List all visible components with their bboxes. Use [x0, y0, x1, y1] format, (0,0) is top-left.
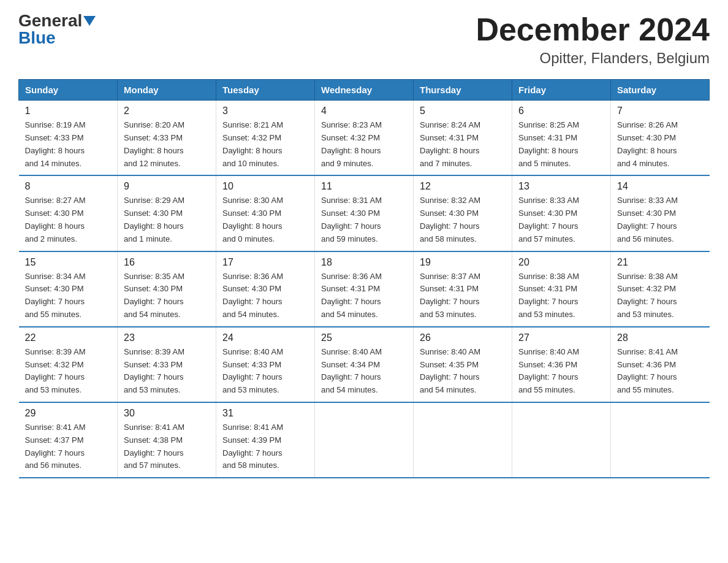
day-number: 22: [25, 332, 112, 343]
calendar-cell: 24Sunrise: 8:40 AM Sunset: 4:33 PM Dayli…: [216, 327, 315, 402]
day-info: Sunrise: 8:20 AM Sunset: 4:33 PM Dayligh…: [124, 119, 210, 170]
day-number: 24: [222, 332, 308, 343]
calendar-cell: 14Sunrise: 8:33 AM Sunset: 4:30 PM Dayli…: [611, 175, 710, 251]
calendar-cell: 23Sunrise: 8:39 AM Sunset: 4:33 PM Dayli…: [118, 327, 216, 402]
day-number: 5: [420, 105, 506, 117]
calendar-header-row: SundayMondayTuesdayWednesdayThursdayFrid…: [19, 80, 710, 101]
calendar-cell: 15Sunrise: 8:34 AM Sunset: 4:30 PM Dayli…: [19, 251, 118, 327]
day-info: Sunrise: 8:31 AM Sunset: 4:30 PM Dayligh…: [321, 194, 407, 245]
header-thursday: Thursday: [414, 80, 512, 101]
day-info: Sunrise: 8:38 AM Sunset: 4:32 PM Dayligh…: [617, 270, 703, 321]
location-title: Opitter, Flanders, Belgium: [476, 50, 710, 67]
week-row-5: 29Sunrise: 8:41 AM Sunset: 4:37 PM Dayli…: [19, 402, 710, 478]
day-number: 26: [420, 332, 506, 343]
day-number: 7: [617, 105, 703, 117]
calendar-cell: 20Sunrise: 8:38 AM Sunset: 4:31 PM Dayli…: [512, 251, 611, 327]
calendar-cell: 3Sunrise: 8:21 AM Sunset: 4:32 PM Daylig…: [216, 101, 315, 176]
day-number: 9: [124, 181, 210, 192]
day-info: Sunrise: 8:41 AM Sunset: 4:37 PM Dayligh…: [25, 421, 112, 472]
day-number: 21: [617, 257, 703, 268]
calendar-cell: 31Sunrise: 8:41 AM Sunset: 4:39 PM Dayli…: [216, 402, 315, 478]
calendar-cell: 13Sunrise: 8:33 AM Sunset: 4:30 PM Dayli…: [512, 175, 611, 251]
day-number: 16: [124, 257, 210, 268]
day-info: Sunrise: 8:41 AM Sunset: 4:38 PM Dayligh…: [124, 421, 210, 472]
day-number: 27: [518, 332, 604, 343]
day-info: Sunrise: 8:41 AM Sunset: 4:39 PM Dayligh…: [222, 421, 308, 472]
day-number: 28: [617, 332, 703, 343]
day-info: Sunrise: 8:39 AM Sunset: 4:33 PM Dayligh…: [124, 346, 210, 397]
day-number: 18: [321, 257, 407, 268]
header-saturday: Saturday: [611, 80, 710, 101]
calendar-cell: 26Sunrise: 8:40 AM Sunset: 4:35 PM Dayli…: [414, 327, 512, 402]
calendar-cell: 28Sunrise: 8:41 AM Sunset: 4:36 PM Dayli…: [611, 327, 710, 402]
day-number: 2: [124, 105, 210, 117]
header-sunday: Sunday: [19, 80, 118, 101]
calendar-cell: 21Sunrise: 8:38 AM Sunset: 4:32 PM Dayli…: [611, 251, 710, 327]
day-number: 14: [617, 181, 703, 192]
day-number: 3: [222, 105, 308, 117]
calendar-cell: 10Sunrise: 8:30 AM Sunset: 4:30 PM Dayli…: [216, 175, 315, 251]
day-number: 4: [321, 105, 407, 117]
calendar-cell: 4Sunrise: 8:23 AM Sunset: 4:32 PM Daylig…: [315, 101, 414, 176]
calendar-cell: 19Sunrise: 8:37 AM Sunset: 4:31 PM Dayli…: [414, 251, 512, 327]
calendar-cell: 25Sunrise: 8:40 AM Sunset: 4:34 PM Dayli…: [315, 327, 414, 402]
day-number: 20: [518, 257, 604, 268]
week-row-4: 22Sunrise: 8:39 AM Sunset: 4:32 PM Dayli…: [19, 327, 710, 402]
day-number: 31: [222, 408, 308, 419]
day-info: Sunrise: 8:34 AM Sunset: 4:30 PM Dayligh…: [25, 270, 112, 321]
day-info: Sunrise: 8:26 AM Sunset: 4:30 PM Dayligh…: [617, 119, 703, 170]
calendar-table: SundayMondayTuesdayWednesdayThursdayFrid…: [18, 79, 710, 478]
day-info: Sunrise: 8:40 AM Sunset: 4:34 PM Dayligh…: [321, 346, 407, 397]
day-info: Sunrise: 8:23 AM Sunset: 4:32 PM Dayligh…: [321, 119, 407, 170]
calendar-cell: 11Sunrise: 8:31 AM Sunset: 4:30 PM Dayli…: [315, 175, 414, 251]
day-info: Sunrise: 8:29 AM Sunset: 4:30 PM Dayligh…: [124, 194, 210, 245]
day-info: Sunrise: 8:27 AM Sunset: 4:30 PM Dayligh…: [25, 194, 112, 245]
calendar-cell: 30Sunrise: 8:41 AM Sunset: 4:38 PM Dayli…: [118, 402, 216, 478]
header-monday: Monday: [118, 80, 216, 101]
calendar-cell: 2Sunrise: 8:20 AM Sunset: 4:33 PM Daylig…: [118, 101, 216, 176]
day-info: Sunrise: 8:35 AM Sunset: 4:30 PM Dayligh…: [124, 270, 210, 321]
day-info: Sunrise: 8:25 AM Sunset: 4:31 PM Dayligh…: [518, 119, 604, 170]
day-number: 10: [222, 181, 308, 192]
day-info: Sunrise: 8:37 AM Sunset: 4:31 PM Dayligh…: [420, 270, 506, 321]
logo-blue: Blue: [18, 29, 56, 47]
day-info: Sunrise: 8:40 AM Sunset: 4:36 PM Dayligh…: [518, 346, 604, 397]
day-info: Sunrise: 8:36 AM Sunset: 4:31 PM Dayligh…: [321, 270, 407, 321]
calendar-cell: 16Sunrise: 8:35 AM Sunset: 4:30 PM Dayli…: [118, 251, 216, 327]
day-info: Sunrise: 8:32 AM Sunset: 4:30 PM Dayligh…: [420, 194, 506, 245]
calendar-cell: 5Sunrise: 8:24 AM Sunset: 4:31 PM Daylig…: [414, 101, 512, 176]
calendar-cell: [414, 402, 512, 478]
week-row-2: 8Sunrise: 8:27 AM Sunset: 4:30 PM Daylig…: [19, 175, 710, 251]
day-info: Sunrise: 8:30 AM Sunset: 4:30 PM Dayligh…: [222, 194, 308, 245]
day-info: Sunrise: 8:39 AM Sunset: 4:32 PM Dayligh…: [25, 346, 112, 397]
day-info: Sunrise: 8:38 AM Sunset: 4:31 PM Dayligh…: [518, 270, 604, 321]
day-number: 25: [321, 332, 407, 343]
header-wednesday: Wednesday: [315, 80, 414, 101]
header-friday: Friday: [512, 80, 611, 101]
calendar-cell: [315, 402, 414, 478]
calendar-cell: 17Sunrise: 8:36 AM Sunset: 4:30 PM Dayli…: [216, 251, 315, 327]
day-number: 19: [420, 257, 506, 268]
calendar-cell: 12Sunrise: 8:32 AM Sunset: 4:30 PM Dayli…: [414, 175, 512, 251]
calendar-cell: 8Sunrise: 8:27 AM Sunset: 4:30 PM Daylig…: [19, 175, 118, 251]
day-number: 15: [25, 257, 112, 268]
day-number: 1: [25, 105, 112, 117]
logo-general: General: [18, 12, 96, 29]
calendar-cell: 9Sunrise: 8:29 AM Sunset: 4:30 PM Daylig…: [118, 175, 216, 251]
calendar-cell: 18Sunrise: 8:36 AM Sunset: 4:31 PM Dayli…: [315, 251, 414, 327]
day-number: 8: [25, 181, 112, 192]
day-info: Sunrise: 8:24 AM Sunset: 4:31 PM Dayligh…: [420, 119, 506, 170]
header-tuesday: Tuesday: [216, 80, 315, 101]
week-row-1: 1Sunrise: 8:19 AM Sunset: 4:33 PM Daylig…: [19, 101, 710, 176]
day-number: 12: [420, 181, 506, 192]
day-info: Sunrise: 8:33 AM Sunset: 4:30 PM Dayligh…: [518, 194, 604, 245]
calendar-cell: [512, 402, 611, 478]
day-info: Sunrise: 8:41 AM Sunset: 4:36 PM Dayligh…: [617, 346, 703, 397]
title-section: December 2024 Opitter, Flanders, Belgium: [476, 12, 710, 67]
day-info: Sunrise: 8:40 AM Sunset: 4:35 PM Dayligh…: [420, 346, 506, 397]
logo-arrow-icon: [83, 16, 96, 26]
day-info: Sunrise: 8:40 AM Sunset: 4:33 PM Dayligh…: [222, 346, 308, 397]
day-info: Sunrise: 8:33 AM Sunset: 4:30 PM Dayligh…: [617, 194, 703, 245]
day-info: Sunrise: 8:19 AM Sunset: 4:33 PM Dayligh…: [25, 119, 112, 170]
day-number: 29: [25, 408, 112, 419]
